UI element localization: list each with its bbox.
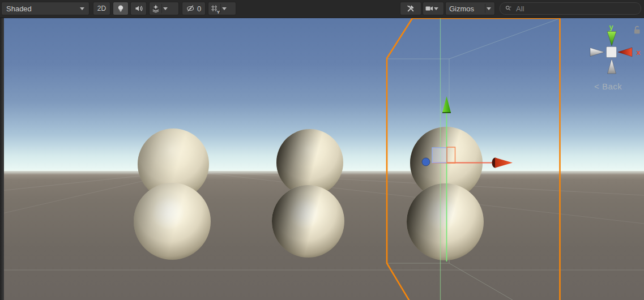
- scene-effects-dropdown[interactable]: [149, 2, 179, 15]
- move-gizmo-plane-outline[interactable]: [447, 147, 455, 163]
- eye-slash-icon: [186, 4, 195, 13]
- orientation-gizmo-cube[interactable]: [607, 47, 617, 58]
- separator: [485, 4, 485, 13]
- grid-axis-label: Y: [216, 10, 220, 15]
- window-edge-strip: [0, 18, 4, 300]
- separator: [220, 4, 221, 13]
- move-gizmo-xy-plane-handle[interactable]: [432, 148, 447, 163]
- chevron-down-icon: [487, 7, 491, 10]
- search-placeholder: All: [516, 5, 524, 13]
- camera-icon: [425, 4, 434, 13]
- scene-audio-button[interactable]: [130, 2, 147, 15]
- separator: [161, 4, 162, 13]
- open-padlock-icon[interactable]: [634, 27, 640, 34]
- chevron-down-icon: [80, 7, 84, 10]
- speaker-icon: [134, 4, 143, 13]
- editor-tools-button[interactable]: [400, 2, 421, 15]
- view-orientation-label[interactable]: < Back: [594, 82, 622, 91]
- orientation-gizmo-x-cone[interactable]: [618, 48, 632, 57]
- sparkle-layers-icon: [151, 4, 160, 13]
- scene-camera-dropdown[interactable]: [423, 2, 444, 15]
- orientation-gizmo-x-label: x: [637, 48, 641, 57]
- lightbulb-icon: [116, 4, 125, 13]
- gizmos-label: Gizmos: [449, 5, 484, 13]
- shading-mode-label: Shaded: [6, 5, 80, 13]
- wrench-hammer-icon: [406, 4, 415, 13]
- orientation-gizmo-neg-y-cone[interactable]: [608, 59, 616, 74]
- 2d-label: 2D: [97, 5, 106, 12]
- unity-scene-view: Shaded 2D: [0, 0, 644, 300]
- scene-search-field[interactable]: All: [500, 2, 641, 15]
- chevron-down-icon: [163, 7, 168, 10]
- orientation-gizmo-neg-x-cone[interactable]: [590, 48, 604, 57]
- grid-visibility-dropdown[interactable]: Y: [208, 2, 236, 15]
- move-gizmo-y-arrow[interactable]: [442, 96, 451, 113]
- hidden-objects-count: 0: [197, 5, 201, 13]
- move-gizmo: [422, 96, 513, 262]
- grid-icon: Y: [210, 4, 219, 13]
- scene-viewport[interactable]: y x < Back: [0, 18, 644, 300]
- gizmos-dropdown[interactable]: Gizmos: [445, 2, 495, 15]
- magnifier-icon: [505, 5, 513, 12]
- orientation-gizmo-y-cone[interactable]: [607, 32, 616, 46]
- move-gizmo-z-handle[interactable]: [422, 158, 430, 166]
- chevron-down-icon: [222, 7, 227, 10]
- scene-view-toolbar: Shaded 2D: [0, 0, 644, 18]
- orientation-gizmo-y-label: y: [609, 23, 613, 31]
- 2d-toggle-button[interactable]: 2D: [93, 2, 110, 15]
- hidden-objects-button[interactable]: 0: [182, 2, 206, 15]
- move-gizmo-x-arrow[interactable]: [495, 158, 513, 168]
- shading-mode-dropdown[interactable]: Shaded: [1, 2, 89, 15]
- gizmo-layer: y x: [0, 18, 644, 300]
- scene-lighting-button[interactable]: [113, 2, 129, 15]
- chevron-down-icon: [434, 7, 438, 10]
- orientation-gizmo: y x: [590, 23, 641, 74]
